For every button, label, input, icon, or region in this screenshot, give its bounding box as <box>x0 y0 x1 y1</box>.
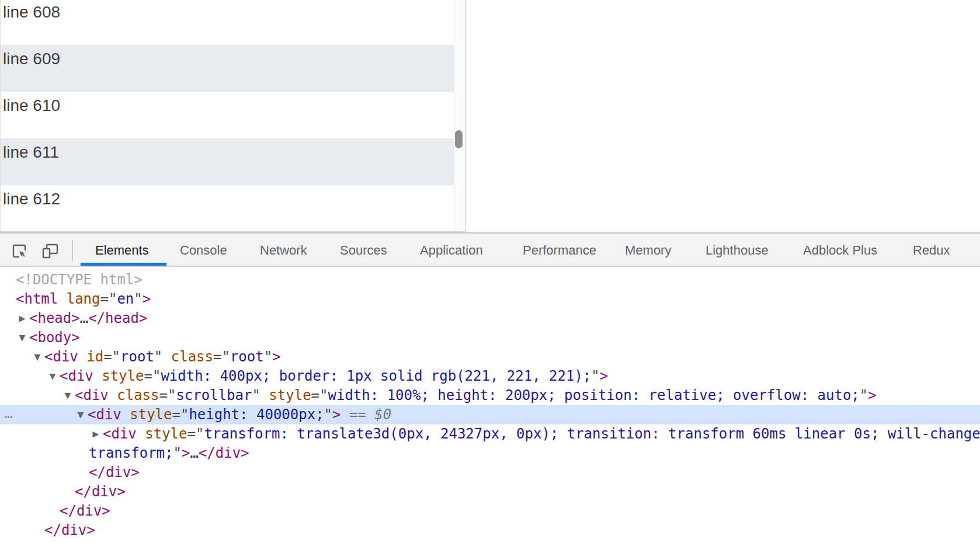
tab-network[interactable]: Network <box>260 234 307 266</box>
tab-redux[interactable]: Redux <box>913 234 950 266</box>
collapse-arrow-icon[interactable]: ▼ <box>32 347 43 367</box>
dom-tree-line[interactable]: </div> <box>0 502 980 521</box>
dom-tree-line[interactable]: </div> <box>0 521 980 540</box>
list-item: line 610 <box>1 92 456 138</box>
tab-adblock-plus[interactable]: Adblock Plus <box>803 234 877 266</box>
dom-tree-line[interactable]: ▼<div class="scrollbar" style="width: 10… <box>0 386 980 405</box>
tab-application[interactable]: Application <box>420 234 483 266</box>
dom-tree-line[interactable]: </div> <box>0 463 980 482</box>
expand-arrow-icon[interactable]: ▶ <box>16 309 28 328</box>
collapse-arrow-icon[interactable]: ▼ <box>47 367 58 386</box>
dom-tree-line[interactable]: ▶<div style="transform: translate3d(0px,… <box>0 424 980 444</box>
devtools-tabs: ElementsConsoleNetworkSourcesApplication… <box>0 234 980 266</box>
list-item: line 608 <box>1 0 456 45</box>
expand-arrow-icon[interactable]: ▶ <box>90 424 102 444</box>
dom-tree-line[interactable]: ▼<body> <box>0 328 980 347</box>
list-item: line 611 <box>1 138 456 185</box>
selected-tab-underline <box>81 263 166 266</box>
tab-memory[interactable]: Memory <box>625 234 671 266</box>
demo-panel: line 608line 609line 610line 611line 612 <box>0 0 466 232</box>
tab-performance[interactable]: Performance <box>523 234 596 266</box>
dom-tree-line[interactable]: ▼<div style="width: 400px; border: 1px s… <box>0 367 980 386</box>
tab-console[interactable]: Console <box>180 234 227 266</box>
tab-sources[interactable]: Sources <box>340 234 387 266</box>
devtools-toolbar: ElementsConsoleNetworkSourcesApplication… <box>0 234 980 267</box>
page-area: line 608line 609line 610line 611line 612 <box>0 0 980 232</box>
dom-tree-line-selected[interactable]: ▼…<div style="height: 40000px;"> == $0 <box>0 405 980 424</box>
dom-tree-line[interactable]: <!DOCTYPE html> <box>0 270 980 290</box>
dom-tree-line[interactable]: transform;">…</div> <box>0 444 980 463</box>
list-item: line 609 <box>1 45 456 92</box>
dom-tree: <!DOCTYPE html><html lang="en">▶<head>…<… <box>0 267 980 543</box>
dom-tree-lines: <!DOCTYPE html><html lang="en">▶<head>…<… <box>0 270 980 540</box>
devtools-panel: ElementsConsoleNetworkSourcesApplication… <box>0 232 980 543</box>
collapse-arrow-icon[interactable]: ▼ <box>75 405 86 424</box>
more-actions-icon[interactable]: … <box>4 403 12 423</box>
scrollbar-track[interactable] <box>454 0 464 232</box>
tab-lighthouse[interactable]: Lighthouse <box>706 234 769 266</box>
page-rows: line 608line 609line 610line 611line 612 <box>1 0 456 232</box>
collapse-arrow-icon[interactable]: ▼ <box>16 328 28 347</box>
scrollbar-thumb[interactable] <box>455 130 463 148</box>
dom-tree-line[interactable]: ▶<head>…</head> <box>0 309 980 328</box>
tab-elements[interactable]: Elements <box>95 234 149 266</box>
dom-tree-line[interactable]: <html lang="en"> <box>0 290 980 309</box>
list-item: line 612 <box>1 185 456 232</box>
dom-tree-line[interactable]: </div> <box>0 482 980 502</box>
collapse-arrow-icon[interactable]: ▼ <box>62 386 74 405</box>
dom-tree-line[interactable]: ▼<div id="root" class="root"> <box>0 347 980 367</box>
